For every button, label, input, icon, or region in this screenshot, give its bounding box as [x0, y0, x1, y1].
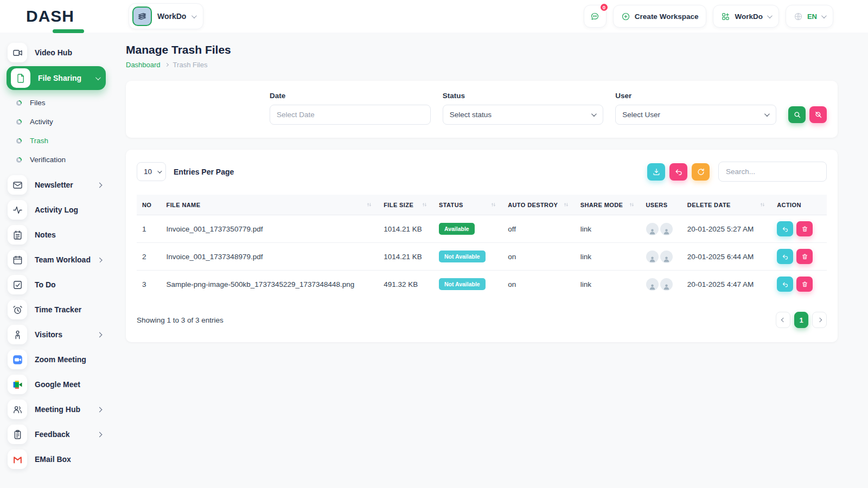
column-header-file-name[interactable]: FILE NAME: [161, 195, 379, 215]
auto-destroy-value: off: [502, 215, 575, 243]
refresh-icon: [697, 168, 705, 176]
trash-files-card: 10 Entries Per Page: [126, 150, 838, 342]
user-filter-select[interactable]: Select User: [615, 105, 776, 125]
sidebar-item-to-do[interactable]: To Do: [0, 272, 112, 297]
delete-date: 20-01-2025 6:44 AM: [682, 243, 771, 271]
sort-icon: [490, 201, 497, 208]
sidebar-item-meeting-hub[interactable]: Meeting Hub: [0, 397, 112, 422]
page-1-button[interactable]: 1: [794, 312, 808, 328]
sidebar-item-activity-log[interactable]: Activity Log: [0, 197, 112, 222]
user-avatar[interactable]: [660, 278, 673, 291]
user-avatar[interactable]: [660, 251, 673, 263]
sidebar-item-file-sharing[interactable]: File Sharing: [7, 66, 106, 90]
page-title: Manage Trash Files: [126, 43, 838, 56]
restore-file-button[interactable]: [777, 277, 793, 292]
column-header-action: ACTION: [771, 195, 827, 215]
date-filter-input[interactable]: [270, 105, 431, 125]
apply-filter-button[interactable]: [788, 106, 806, 123]
language-selector[interactable]: EN: [786, 5, 833, 28]
todo-icon: [8, 275, 27, 294]
sidebar-item-label: Meeting Hub: [35, 405, 90, 414]
bullet-ring-icon: [16, 138, 22, 144]
delete-date: 20-01-2025 5:27 AM: [682, 215, 771, 243]
zoom-icon: [8, 350, 27, 369]
grid-plus-icon: [721, 12, 730, 21]
messages-count-badge: 0: [599, 3, 609, 12]
globe-icon: [794, 12, 803, 21]
delete-date: 20-01-2025 4:47 AM: [682, 271, 771, 298]
workspace-building-icon: [132, 7, 152, 26]
messages-button[interactable]: 0: [584, 5, 607, 28]
next-page-button[interactable]: [812, 312, 827, 328]
column-header-share-mode[interactable]: SHARE MODE: [575, 195, 641, 215]
envelope-icon: [8, 175, 27, 195]
chevron-right-icon: [97, 257, 102, 262]
share-mode-value: link: [575, 243, 641, 271]
sidebar-subitem-files[interactable]: Files: [0, 93, 112, 112]
sort-icon: [421, 201, 428, 208]
file-name: Invoice_001_1737348979.pdf: [161, 243, 379, 271]
column-header-status[interactable]: STATUS: [433, 195, 502, 215]
column-header-delete-date[interactable]: DELETE DATE: [682, 195, 771, 215]
column-label: FILE NAME: [167, 202, 201, 208]
column-header-file-size[interactable]: FILE SIZE: [378, 195, 433, 215]
workspace-switcher-label: WorkDo: [157, 12, 186, 21]
sidebar-item-google-meet[interactable]: Google Meet: [0, 372, 112, 397]
undo-icon: [674, 168, 683, 176]
breadcrumb: Dashboard Trash Files: [126, 61, 838, 69]
chevron-down-icon: [821, 13, 827, 18]
user-avatar[interactable]: [660, 223, 673, 235]
status-filter-select[interactable]: Select status: [443, 105, 604, 125]
refresh-button[interactable]: [692, 163, 710, 181]
export-button[interactable]: [647, 163, 665, 181]
delete-file-button[interactable]: [796, 221, 813, 236]
file-size: 1014.21 KB: [378, 215, 433, 243]
workspace-menu-button[interactable]: WorkDo: [713, 5, 779, 28]
breadcrumb-dashboard-link[interactable]: Dashboard: [126, 61, 161, 69]
column-header-users: USERS: [641, 195, 682, 215]
delete-file-button[interactable]: [796, 277, 813, 292]
gmail-icon: [8, 450, 27, 469]
chevron-left-icon: [781, 318, 785, 322]
prev-page-button[interactable]: [776, 312, 790, 328]
chevron-down-icon: [192, 13, 197, 18]
sidebar-item-notes[interactable]: Notes: [0, 222, 112, 247]
sidebar-item-time-tracker[interactable]: Time Tracker: [0, 297, 112, 322]
logo[interactable]: DASH: [0, 7, 112, 25]
restore-all-button[interactable]: [669, 163, 687, 181]
table-row: 2Invoice_001_1737348979.pdf1014.21 KBNot…: [137, 243, 827, 271]
entries-per-page-select[interactable]: 10: [137, 162, 166, 181]
table-search-input[interactable]: [718, 162, 827, 182]
sidebar-item-email-box[interactable]: EMail Box: [0, 447, 112, 472]
sort-icon: [759, 201, 766, 208]
filter-card: Date Status Select status User Select Us…: [126, 81, 838, 138]
clock-icon: [8, 300, 27, 319]
sidebar-item-zoom-meeting[interactable]: Zoom Meeting: [0, 347, 112, 372]
delete-file-button[interactable]: [796, 249, 813, 264]
sidebar-subitem-activity[interactable]: Activity: [0, 112, 112, 131]
sidebar-subitem-label: Files: [30, 99, 46, 107]
column-header-auto-destroy[interactable]: AUTO DESTROY: [502, 195, 575, 215]
sidebar-subitem-trash[interactable]: Trash: [0, 131, 112, 150]
sidebar-item-label: Visitors: [35, 330, 90, 339]
user-avatar[interactable]: [646, 223, 659, 235]
logo-dash-accent: [53, 29, 84, 33]
notes-icon: [8, 225, 27, 245]
workspace-switcher[interactable]: WorkDo: [129, 3, 203, 29]
create-workspace-button[interactable]: Create Workspace: [613, 5, 707, 28]
sidebar-item-newsletter[interactable]: Newsletter: [0, 172, 112, 197]
sidebar-item-visitors[interactable]: Visitors: [0, 322, 112, 347]
restore-file-button[interactable]: [777, 249, 793, 264]
user-avatar[interactable]: [646, 278, 659, 291]
sidebar-item-team-workload[interactable]: Team Workload: [0, 247, 112, 272]
column-label: AUTO DESTROY: [508, 202, 558, 208]
restore-file-button[interactable]: [777, 221, 793, 236]
sidebar-subitem-verification[interactable]: Verification: [0, 150, 112, 169]
sidebar-item-feedback[interactable]: Feedback: [0, 422, 112, 447]
sidebar-item-video-hub[interactable]: Video Hub: [0, 40, 112, 65]
entries-per-page-value: 10: [144, 168, 152, 176]
share-mode-value: link: [575, 271, 641, 298]
visitor-icon: [8, 325, 27, 344]
reset-filter-button[interactable]: [809, 106, 827, 123]
user-avatar[interactable]: [646, 251, 659, 263]
